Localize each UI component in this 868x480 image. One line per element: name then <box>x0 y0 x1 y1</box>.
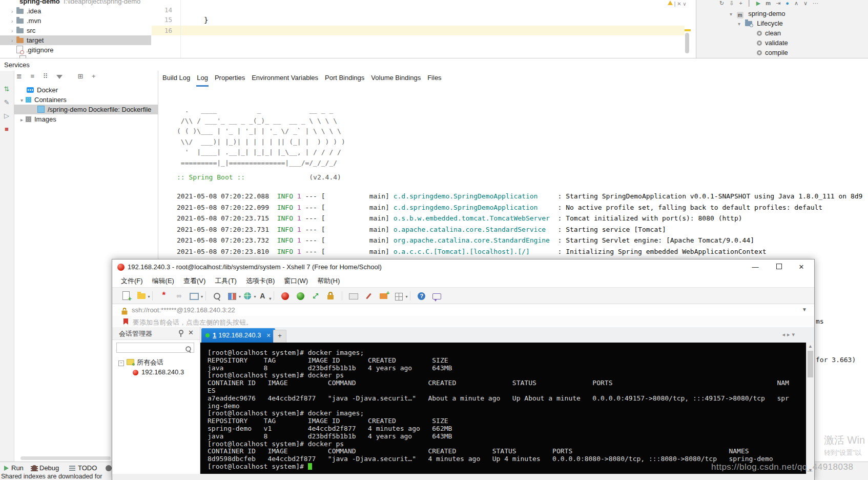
chevron-right-icon[interactable]: › <box>11 26 16 36</box>
expand-all-icon[interactable]: ∧ <box>794 0 798 7</box>
tab-environment-variables[interactable]: Environment Variables <box>251 72 319 85</box>
chevron-right-icon[interactable]: › <box>11 36 16 46</box>
close-icon[interactable]: ✕ <box>188 329 194 336</box>
font-icon[interactable]: A▾ <box>258 291 267 301</box>
compose-icon[interactable] <box>364 291 373 301</box>
run-icon[interactable]: ▷ <box>3 112 11 120</box>
menu-h[interactable]: 帮助(H) <box>317 275 340 287</box>
menu-w[interactable]: 窗口(W) <box>284 275 308 287</box>
editor-scrollbar[interactable] <box>685 33 689 53</box>
new-tab-button[interactable]: + <box>273 330 286 343</box>
all-sessions-node[interactable]: −所有会话 <box>118 358 163 367</box>
terminal[interactable]: [root@localhost system]# docker images; … <box>200 343 806 474</box>
find-icon[interactable] <box>212 291 221 301</box>
project-tree-item-.gitignore[interactable]: .gitignore <box>0 45 151 55</box>
chevron-right-icon[interactable]: › <box>11 16 16 26</box>
tab-scroll-controls[interactable]: ◂▸▾ <box>782 331 797 338</box>
maximize-button[interactable] <box>771 263 787 272</box>
filter-icon[interactable] <box>56 72 69 80</box>
sync-icon[interactable]: ⇅ <box>3 85 11 93</box>
close-button[interactable]: ✕ <box>794 263 809 272</box>
close-tab-icon[interactable]: ✕ <box>266 332 271 338</box>
menu-t[interactable]: 工具(T) <box>215 275 237 287</box>
xshell-icon[interactable] <box>281 291 290 301</box>
maven-lifecycle-node[interactable]: ▾ Lifecycle <box>738 18 783 28</box>
debug-toolwindow-button[interactable]: Debug <box>32 464 59 472</box>
tab-build-log[interactable]: Build Log <box>162 72 191 85</box>
disconnect-icon[interactable]: * <box>159 291 169 301</box>
tree-node-images[interactable]: ▸Images <box>14 114 158 124</box>
lock-icon[interactable] <box>326 291 335 301</box>
stop-icon[interactable]: ■ <box>3 125 11 133</box>
error-stripe-mark[interactable] <box>685 29 691 31</box>
tree-node-docker[interactable]: Docker <box>14 85 158 95</box>
fullscreen-icon[interactable]: ⤢ <box>311 291 320 301</box>
chevron-down-icon[interactable]: ∨ <box>683 1 686 7</box>
inspections-widget[interactable]: | ✕ ∨ <box>668 1 696 7</box>
maven-root-node[interactable]: ▾ m spring-demo <box>730 9 786 18</box>
maven-goal-compile[interactable]: compile <box>757 48 788 57</box>
run-icon[interactable]: ▶ <box>756 0 760 7</box>
reconnect-icon[interactable]: ∞ <box>175 291 184 301</box>
project-tree-item-.mvn[interactable]: ›.mvn <box>0 16 151 26</box>
layout-icon[interactable]: ▾ <box>228 291 237 301</box>
refresh-icon[interactable]: ↻ <box>719 0 724 7</box>
chevron-right-icon[interactable]: › <box>11 7 16 16</box>
close-icon[interactable]: ✕ <box>677 1 681 7</box>
xshell-address-bar[interactable]: ssh://root:******@192.168.240.3:22 ▼ <box>112 304 814 316</box>
tab-volume-bindings[interactable]: Volume Bindings <box>370 72 421 85</box>
address-text[interactable]: ssh://root:******@192.168.240.3:22 <box>132 306 235 314</box>
pin-icon[interactable] <box>179 330 183 334</box>
session-properties-icon[interactable]: ▾ <box>190 291 199 301</box>
open-folder-icon[interactable]: ▾ <box>137 291 146 301</box>
xshell-title-bar[interactable]: 192.168.240.3 - root@localhost:/lib/syst… <box>112 259 814 275</box>
xftp-icon[interactable] <box>296 291 305 301</box>
horizontal-scrollbar[interactable] <box>20 456 111 460</box>
session-search-input[interactable] <box>116 343 194 353</box>
profiles-icon[interactable]: ● <box>786 0 789 6</box>
run-toolwindow-button[interactable]: Run <box>4 464 24 472</box>
menu-f[interactable]: 文件(F) <box>121 275 143 287</box>
more-icon[interactable]: ⋯ <box>813 0 818 7</box>
chevron-down-icon[interactable]: ▾ <box>738 19 743 29</box>
chevron-down-icon[interactable]: ▼ <box>802 307 807 312</box>
tree-node-container-selected[interactable]: /spring-demo Dockerfile: Dockerfile <box>14 105 158 114</box>
maven-goal-clean[interactable]: clean <box>757 28 781 38</box>
add-icon[interactable]: + <box>739 0 742 6</box>
menu-b[interactable]: 选项卡(B) <box>246 275 275 287</box>
project-tree-item-src[interactable]: ›src <box>0 26 151 35</box>
add-service-icon[interactable]: + <box>92 72 96 80</box>
transfer-folder-icon[interactable] <box>379 291 388 301</box>
terminal-tab-active[interactable]: 1192.168.240.3✕ <box>201 328 275 343</box>
tree-node-containers[interactable]: ▾Containers <box>14 95 158 105</box>
project-tree-item-.idea[interactable]: ›.idea <box>0 6 151 16</box>
terminal-scrollbar[interactable]: ▲ ▼ <box>806 343 814 474</box>
collapse-all-icon[interactable]: ∨ <box>803 0 808 7</box>
collapse-all-icon[interactable]: ≡ <box>31 72 35 80</box>
chat-icon[interactable] <box>432 291 441 301</box>
menu-e[interactable]: 编辑(E) <box>152 275 174 287</box>
tab-port-bindings[interactable]: Port Bindings <box>324 72 365 85</box>
menu-v[interactable]: 查看(V) <box>183 275 205 287</box>
group-by-icon[interactable]: ⠿ <box>43 72 48 80</box>
chevron-down-icon[interactable]: ▾ <box>20 95 26 105</box>
project-tree-item-target[interactable]: ›target <box>0 35 151 45</box>
encoding-globe-icon[interactable]: ▾ <box>243 291 252 301</box>
expand-all-icon[interactable]: ≣ <box>16 72 22 80</box>
help-icon[interactable]: ? <box>417 291 426 301</box>
scrollbar-thumb[interactable] <box>808 351 813 377</box>
tab-properties[interactable]: Properties <box>214 72 245 85</box>
todo-toolwindow-button[interactable]: TODO <box>69 464 97 472</box>
split-grid-icon[interactable]: ▾ <box>395 291 404 301</box>
download-sources-icon[interactable]: ⇩ <box>729 0 734 7</box>
edit-icon[interactable]: ✎ <box>3 98 11 107</box>
project-root-row[interactable]: spring-demo I:\ideaproject\spring-demo <box>0 0 151 6</box>
collapse-box-icon[interactable]: − <box>118 361 124 366</box>
tab-log[interactable]: Log <box>196 72 209 87</box>
tab-files[interactable]: Files <box>427 72 442 85</box>
chevron-right-icon[interactable]: ▸ <box>20 115 26 124</box>
maven-icon[interactable]: m <box>766 0 771 6</box>
maven-goal-validate[interactable]: validate <box>757 38 788 48</box>
new-session-icon[interactable] <box>121 291 131 301</box>
new-window-icon[interactable]: ⊞ <box>78 72 84 80</box>
